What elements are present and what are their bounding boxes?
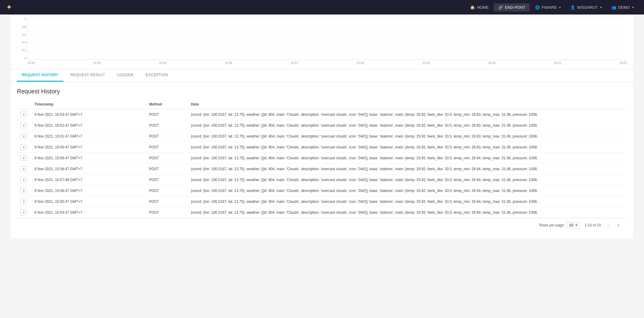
chart-x-labels: 15:50 15:54 15:55 15:56 15:57 15:58 15:5… bbox=[27, 60, 627, 66]
expand-button[interactable]: ∨ bbox=[21, 199, 27, 204]
y-label-06: 0.6 bbox=[22, 33, 26, 37]
nav-fiware[interactable]: 🌐 FIWARE ▾ bbox=[531, 3, 565, 11]
chart-container: 1 0.8 0.6 0.4 0.2 0 15:50 15:54 15:55 15… bbox=[17, 18, 627, 66]
expand-button[interactable]: ∨ bbox=[21, 166, 27, 172]
expand-cell: ∨ bbox=[17, 174, 31, 185]
expand-cell: ∨ bbox=[17, 207, 31, 218]
expand-cell: ∨ bbox=[17, 196, 31, 207]
wissarut-chevron-icon: ▾ bbox=[600, 6, 602, 9]
table-header-row: Timestamp Method Data bbox=[17, 100, 627, 109]
expand-cell: ∨ bbox=[17, 131, 31, 142]
prev-page-button[interactable]: ‹ bbox=[606, 222, 611, 229]
timestamp-cell: 9 Nov 2021, 15:58:47 GMT+7 bbox=[31, 164, 146, 174]
demo-user-icon: 👥 bbox=[611, 5, 616, 10]
grid-line-08 bbox=[28, 26, 627, 26]
rows-per-page-label: Rows per page: 10 25 50 bbox=[539, 222, 580, 228]
nav-demo[interactable]: 👥 DEMO ▾ bbox=[607, 3, 638, 11]
x-label-1600: 16:00 bbox=[488, 61, 495, 65]
timestamp-cell: 9 Nov 2021, 15:55:47 GMT+7 bbox=[31, 196, 146, 207]
expand-button[interactable]: ∨ bbox=[21, 133, 27, 139]
timestamp-cell: 9 Nov 2021, 16:03:47 GMT+7 bbox=[31, 109, 146, 120]
y-label-08: 0.8 bbox=[22, 25, 26, 29]
method-cell: POST bbox=[146, 109, 187, 120]
grid-line-1 bbox=[28, 18, 627, 18]
demo-chevron-icon: ▾ bbox=[632, 6, 634, 9]
expand-button[interactable]: ∨ bbox=[21, 188, 27, 193]
tab-logger[interactable]: LOGGER bbox=[112, 69, 138, 82]
tab-request-history[interactable]: REQUEST HISTORY bbox=[17, 69, 63, 82]
method-cell: POST bbox=[146, 153, 187, 164]
next-page-button[interactable]: › bbox=[616, 222, 621, 229]
expand-button[interactable]: ∨ bbox=[21, 177, 27, 183]
chart-y-labels: 1 0.8 0.6 0.4 0.2 0 bbox=[17, 18, 27, 60]
y-label-1: 1 bbox=[24, 18, 26, 21]
main-wrapper: 1 0.8 0.6 0.4 0.2 0 15:50 15:54 15:55 15… bbox=[0, 15, 644, 318]
expand-button[interactable]: ∨ bbox=[21, 112, 27, 117]
x-label-1554: 15:54 bbox=[93, 61, 101, 65]
col-method: Method bbox=[146, 100, 187, 109]
tab-request-result[interactable]: REQUEST RESULT bbox=[66, 69, 110, 82]
expand-button[interactable]: ∨ bbox=[21, 144, 27, 150]
nav-endpoint[interactable]: 🔗 END-PONT bbox=[494, 3, 530, 11]
data-cell: {coord: {lon: 100.5167, lat: 13.75}, wea… bbox=[187, 131, 627, 142]
expand-cell: ∨ bbox=[17, 164, 31, 174]
method-cell: POST bbox=[146, 142, 187, 153]
col-data: Data bbox=[187, 100, 627, 109]
expand-button[interactable]: ∨ bbox=[21, 155, 27, 161]
col-expand bbox=[17, 100, 31, 109]
home-icon: 🏠 bbox=[470, 5, 475, 10]
expand-button[interactable]: ∨ bbox=[21, 122, 27, 128]
globe-icon: 🌐 bbox=[535, 5, 540, 10]
x-label-1558: 15:58 bbox=[356, 61, 364, 65]
expand-cell: ∨ bbox=[17, 109, 31, 120]
method-cell: POST bbox=[146, 207, 187, 218]
tabs: REQUEST HISTORY REQUEST RESULT LOGGER EX… bbox=[11, 69, 633, 82]
x-label-1555: 15:55 bbox=[159, 61, 167, 65]
data-cell: {coord: {lon: 100.5167, lat: 13.75}, wea… bbox=[187, 196, 627, 207]
grid-line-04 bbox=[28, 43, 627, 43]
data-cell: {coord: {lon: 100.5167, lat: 13.75}, wea… bbox=[187, 207, 627, 218]
y-label-04: 0.4 bbox=[22, 41, 26, 44]
nav-items: 🏠 HOME 🔗 END-PONT 🌐 FIWARE ▾ 👤 WISSARUT … bbox=[466, 3, 638, 11]
table-row: ∨9 Nov 2021, 15:57:48 GMT+7POST{coord: {… bbox=[17, 174, 627, 185]
timestamp-cell: 9 Nov 2021, 15:54:47 GMT+7 bbox=[31, 207, 146, 218]
timestamp-cell: 9 Nov 2021, 16:00:47 GMT+7 bbox=[31, 142, 146, 153]
data-cell: {coord: {lon: 100.5167, lat: 13.75}, wea… bbox=[187, 174, 627, 185]
method-cell: POST bbox=[146, 185, 187, 196]
table-row: ∨9 Nov 2021, 15:54:47 GMT+7POST{coord: {… bbox=[17, 207, 627, 218]
table-row: ∨9 Nov 2021, 15:59:47 GMT+7POST{coord: {… bbox=[17, 153, 627, 164]
fiware-chevron-icon: ▾ bbox=[559, 6, 561, 9]
nav-home[interactable]: 🏠 HOME bbox=[466, 3, 493, 11]
timestamp-cell: 9 Nov 2021, 15:57:48 GMT+7 bbox=[31, 174, 146, 185]
rows-per-page-select[interactable]: 10 25 50 bbox=[567, 222, 580, 228]
data-cell: {coord: {lon: 100.5167, lat: 13.75}, wea… bbox=[187, 185, 627, 196]
chart-area bbox=[27, 18, 627, 60]
tab-exception[interactable]: EXCEPTION bbox=[141, 69, 173, 82]
table-row: ∨9 Nov 2021, 16:00:47 GMT+7POST{coord: {… bbox=[17, 142, 627, 153]
data-cell: {coord: {lon: 100.5167, lat: 13.75}, wea… bbox=[187, 142, 627, 153]
method-cell: POST bbox=[146, 174, 187, 185]
expand-cell: ∨ bbox=[17, 153, 31, 164]
pagination-info: 1-10 of 10 bbox=[585, 223, 601, 227]
nav-wissarut[interactable]: 👤 WISSARUT ▾ bbox=[566, 3, 606, 11]
x-label-1559: 15:59 bbox=[422, 61, 430, 65]
col-timestamp: Timestamp bbox=[31, 100, 146, 109]
y-label-02: 0.2 bbox=[22, 49, 26, 52]
data-cell: {coord: {lon: 100.5167, lat: 13.75}, wea… bbox=[187, 153, 627, 164]
method-cell: POST bbox=[146, 196, 187, 207]
expand-button[interactable]: ∨ bbox=[21, 209, 27, 215]
timestamp-cell: 9 Nov 2021, 15:56:47 GMT+7 bbox=[31, 185, 146, 196]
data-cell: {coord: {lon: 100.5167, lat: 13.75}, wea… bbox=[187, 109, 627, 120]
table-row: ∨9 Nov 2021, 15:58:47 GMT+7POST{coord: {… bbox=[17, 164, 627, 174]
content-area: Request History Timestamp Method Data ∨9… bbox=[11, 82, 633, 238]
table-row: ∨9 Nov 2021, 16:01:47 GMT+7POST{coord: {… bbox=[17, 131, 627, 142]
table-row: ∨9 Nov 2021, 16:03:47 GMT+7POST{coord: {… bbox=[17, 109, 627, 120]
method-cell: POST bbox=[146, 120, 187, 131]
x-label-1550: 15:50 bbox=[27, 61, 35, 65]
table-row: ∨9 Nov 2021, 15:55:47 GMT+7POST{coord: {… bbox=[17, 196, 627, 207]
user-icon: 👤 bbox=[570, 5, 575, 10]
nav-logo: ✦ bbox=[6, 4, 12, 11]
expand-cell: ∨ bbox=[17, 142, 31, 153]
x-label-1601: 16:01 bbox=[554, 61, 561, 65]
table-row: ∨9 Nov 2021, 15:56:47 GMT+7POST{coord: {… bbox=[17, 185, 627, 196]
